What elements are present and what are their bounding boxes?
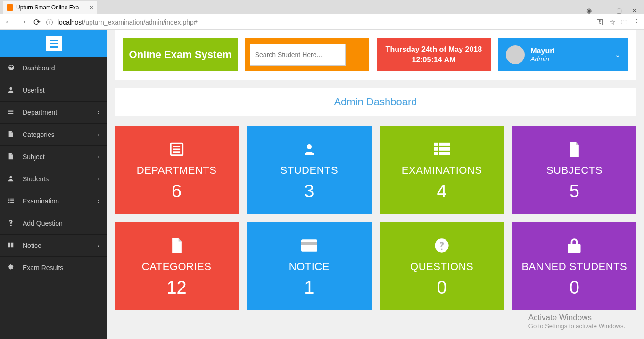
top-header-card: Online Exam System Thursday 24th of May …	[115, 30, 636, 80]
nav-icon	[8, 86, 17, 94]
sidebar-item-exam-results[interactable]: Exam Results	[0, 257, 107, 279]
sidebar-item-label: Add Question	[23, 220, 63, 227]
sidebar-item-notice[interactable]: Notice›	[0, 235, 107, 257]
nav-icon	[8, 242, 17, 250]
search-wrap	[245, 38, 369, 71]
card-categories[interactable]: CATEGORIES12	[115, 222, 239, 310]
chevron-down-icon: ⌄	[615, 51, 620, 59]
address-bar: ← → ⟳ i localhost/upturn_examination/adm…	[0, 14, 644, 30]
card-subjects[interactable]: SUBJECTS5	[512, 126, 636, 214]
card-banned-students[interactable]: BANNED STUDENTS0	[512, 222, 636, 310]
card-value: 0	[570, 278, 579, 298]
sidebar-item-userlist[interactable]: Userlist	[0, 79, 107, 102]
maximize-icon[interactable]: ▢	[616, 7, 622, 14]
nav-icon	[8, 64, 17, 73]
list-icon	[169, 139, 185, 160]
main-content: Online Exam System Thursday 24th of May …	[107, 30, 644, 339]
card-label: EXAMINATIONS	[402, 164, 482, 177]
card-icon	[301, 235, 317, 256]
sidebar-toggle[interactable]	[0, 30, 107, 57]
question-icon	[434, 235, 449, 256]
nav-icon	[8, 131, 17, 139]
search-button[interactable]	[346, 44, 364, 66]
svg-rect-2	[439, 142, 450, 145]
sidebar-item-label: Notice	[23, 242, 41, 249]
forward-icon[interactable]: →	[18, 17, 27, 27]
chevron-right-icon: ›	[98, 198, 99, 204]
brand-box: Online Exam System	[123, 38, 238, 71]
avatar	[506, 45, 525, 64]
page-title: Admin Dashboard	[115, 88, 636, 116]
svg-rect-5	[434, 152, 438, 155]
brand-label: Online Exam System	[129, 49, 232, 61]
card-label: STUDENTS	[281, 164, 339, 177]
browser-tabbar: Upturn Smart Online Exa × ◉ — ▢ ✕	[0, 0, 644, 14]
card-label: SUBJECTS	[546, 164, 603, 177]
nav-icon	[8, 175, 17, 183]
hamburger-icon	[46, 36, 62, 51]
dashboard-cards: DEPARTMENTS6STUDENTS3EXAMINATIONS4SUBJEC…	[107, 116, 644, 321]
user-icon	[302, 139, 316, 160]
chevron-right-icon: ›	[98, 153, 99, 160]
sidebar-item-label: Subject	[23, 153, 45, 161]
menu-icon[interactable]: ⋮	[633, 18, 640, 26]
site-info-icon[interactable]: i	[46, 19, 53, 25]
reload-icon[interactable]: ⟳	[32, 17, 41, 27]
star-icon[interactable]: ☆	[609, 18, 615, 26]
minimize-icon[interactable]: —	[601, 7, 607, 14]
sidebar-item-label: Examination	[23, 197, 59, 205]
card-value: 4	[437, 181, 447, 202]
card-label: NOTICE	[289, 261, 330, 273]
card-value: 3	[304, 181, 314, 202]
card-questions[interactable]: QUESTIONS0	[380, 222, 504, 310]
back-icon[interactable]: ←	[4, 17, 13, 27]
svg-rect-4	[439, 147, 450, 150]
window-buttons: ◉ — ▢ ✕	[586, 4, 644, 14]
card-value: 6	[172, 181, 182, 202]
card-students[interactable]: STUDENTS3	[247, 126, 371, 214]
tab-close-icon[interactable]: ×	[90, 4, 93, 11]
card-departments[interactable]: DEPARTMENTS6	[115, 126, 239, 214]
chevron-right-icon: ›	[98, 242, 99, 249]
sidebar-item-department[interactable]: Department›	[0, 102, 107, 124]
key-icon[interactable]: ⚿	[596, 18, 603, 26]
sidebar-item-label: Categories	[23, 131, 55, 138]
card-examinations[interactable]: EXAMINATIONS4	[380, 126, 504, 214]
card-value: 5	[570, 181, 579, 202]
sidebar-item-add-question[interactable]: Add Question	[0, 212, 107, 235]
search-input[interactable]	[250, 44, 346, 66]
sidebar: DashboardUserlistDepartment›Categories›S…	[0, 30, 107, 339]
tab-title: Upturn Smart Online Exa	[16, 4, 79, 11]
sidebar-item-students[interactable]: Students›	[0, 168, 107, 190]
sidebar-item-label: Students	[23, 175, 49, 183]
account-icon[interactable]: ◉	[586, 7, 592, 14]
close-icon[interactable]: ✕	[631, 7, 637, 14]
user-name: Mayuri	[530, 47, 555, 55]
extension-icon[interactable]: ⬚	[621, 18, 627, 26]
sidebar-item-label: Department	[23, 109, 57, 116]
date-line2: 12:05:14 AM	[412, 55, 455, 65]
nav-icon	[8, 220, 17, 228]
file-icon	[171, 235, 183, 256]
nav-icon	[8, 109, 17, 117]
chevron-right-icon: ›	[98, 131, 99, 138]
sidebar-item-categories[interactable]: Categories›	[0, 124, 107, 146]
card-notice[interactable]: NOTICE1	[247, 222, 371, 310]
windows-watermark: Activate Windows Go to Settings to activ…	[528, 313, 625, 330]
sidebar-item-label: Dashboard	[23, 64, 55, 72]
favicon	[7, 4, 13, 11]
card-value: 0	[437, 278, 447, 298]
sidebar-item-label: Exam Results	[23, 264, 63, 271]
nav-icon	[8, 197, 17, 205]
sidebar-item-dashboard[interactable]: Dashboard	[0, 57, 107, 79]
svg-rect-10	[568, 244, 581, 253]
card-label: DEPARTMENTS	[137, 164, 217, 177]
sidebar-item-examination[interactable]: Examination›	[0, 190, 107, 212]
browser-tab[interactable]: Upturn Smart Online Exa ×	[3, 1, 97, 14]
sidebar-item-subject[interactable]: Subject›	[0, 146, 107, 168]
card-label: QUESTIONS	[410, 261, 473, 273]
card-label: CATEGORIES	[142, 261, 212, 273]
url-display[interactable]: localhost/upturn_examination/admin/index…	[58, 18, 198, 26]
user-menu[interactable]: Mayuri Admin ⌄	[498, 38, 628, 71]
svg-rect-8	[301, 242, 317, 245]
